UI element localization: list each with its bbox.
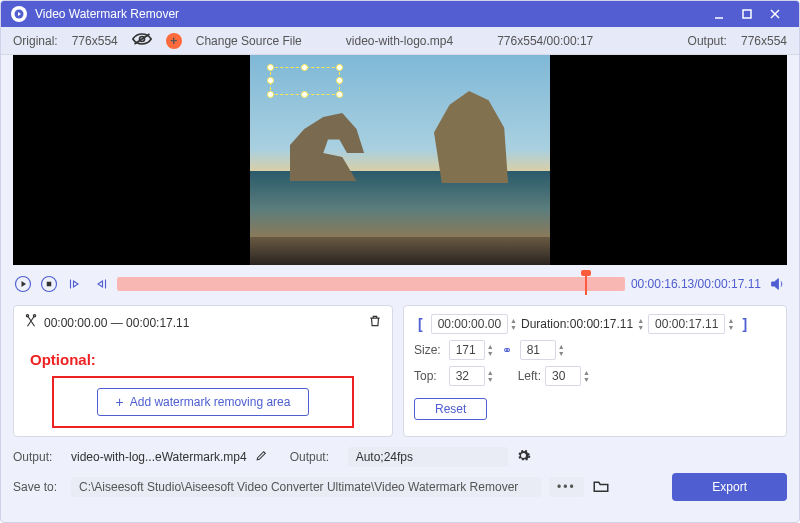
size-label: Size: [414, 343, 441, 357]
left-label: Left: [518, 369, 541, 383]
clip-list-panel: 00:00:00.00 — 00:00:17.11 Optional: + Ad… [13, 305, 393, 437]
duration-spinner[interactable]: ▲▼ [637, 317, 644, 331]
window-title: Video Watermark Remover [35, 7, 705, 21]
browse-path-button[interactable]: ••• [549, 477, 584, 497]
playhead-marker[interactable] [585, 273, 587, 295]
change-source-link[interactable]: Change Source File [196, 34, 302, 48]
output-size: 776x554 [741, 34, 787, 48]
end-time-spinner[interactable]: ▲▼ [727, 317, 734, 331]
range-start-bracket-icon[interactable]: [ [414, 316, 427, 332]
video-preview-area [13, 55, 787, 265]
watermark-selection-box[interactable] [270, 67, 340, 95]
svg-rect-9 [47, 282, 52, 287]
start-time-input[interactable]: 00:00:00.00 [431, 314, 508, 334]
resize-handle[interactable] [267, 91, 274, 98]
set-end-button[interactable] [91, 274, 111, 294]
source-info-bar: Original: 776x554 + Change Source File v… [1, 27, 799, 55]
width-input[interactable]: 171 [449, 340, 485, 360]
left-input[interactable]: 30 [545, 366, 581, 386]
app-logo-icon [11, 6, 27, 22]
original-size: 776x554 [72, 34, 118, 48]
add-watermark-area-button[interactable]: + Add watermark removing area [97, 388, 310, 416]
stop-button[interactable] [39, 274, 59, 294]
height-spinner[interactable]: ▲▼ [558, 343, 565, 357]
top-input[interactable]: 32 [449, 366, 485, 386]
rename-output-icon[interactable] [255, 449, 268, 465]
height-input[interactable]: 81 [520, 340, 556, 360]
delete-clip-icon[interactable] [368, 314, 382, 331]
save-to-label: Save to: [13, 480, 63, 494]
resize-handle[interactable] [267, 64, 274, 71]
set-start-button[interactable] [65, 274, 85, 294]
output-filename: video-with-log...eWatermark.mp4 [71, 450, 247, 464]
minimize-button[interactable] [705, 1, 733, 27]
output-settings-icon[interactable] [516, 448, 531, 466]
export-button[interactable]: Export [672, 473, 787, 501]
preview-toggle-icon[interactable] [132, 32, 152, 49]
play-button[interactable] [13, 274, 33, 294]
save-path-field[interactable]: C:\Aiseesoft Studio\Aiseesoft Video Conv… [71, 477, 541, 497]
end-time-input[interactable]: 00:00:17.11 [648, 314, 725, 334]
titlebar: Video Watermark Remover [1, 1, 799, 27]
svg-rect-2 [743, 10, 751, 18]
optional-label: Optional: [30, 351, 382, 368]
plus-icon: + [116, 394, 124, 410]
source-filename: video-with-logo.mp4 [346, 34, 453, 48]
properties-panel: [ 00:00:00.00 ▲▼ Duration:00:00:17.11 ▲▼… [403, 305, 787, 437]
resize-handle[interactable] [336, 77, 343, 84]
width-spinner[interactable]: ▲▼ [487, 343, 494, 357]
add-watermark-label: Add watermark removing area [130, 395, 291, 409]
resize-handle[interactable] [267, 77, 274, 84]
maximize-button[interactable] [733, 1, 761, 27]
range-end-bracket-icon[interactable]: ] [738, 316, 751, 332]
left-spinner[interactable]: ▲▼ [583, 369, 590, 383]
volume-button[interactable] [767, 274, 787, 294]
resize-handle[interactable] [336, 91, 343, 98]
resize-handle[interactable] [336, 64, 343, 71]
aspect-lock-icon[interactable]: ⚭ [498, 343, 516, 357]
duration-label: Duration:00:00:17.11 [521, 317, 633, 331]
video-preview[interactable] [250, 55, 550, 265]
app-window: Video Watermark Remover Original: 776x55… [0, 0, 800, 523]
output-format-label: Output: [290, 450, 340, 464]
resize-handle[interactable] [301, 64, 308, 71]
timeline-track[interactable] [117, 277, 625, 291]
output-format-field[interactable]: Auto;24fps [348, 447, 508, 467]
clip-item[interactable]: 00:00:00.00 — 00:00:17.11 [24, 314, 382, 335]
start-time-spinner[interactable]: ▲▼ [510, 317, 517, 331]
original-label: Original: [13, 34, 58, 48]
annotation-highlight: + Add watermark removing area [52, 376, 354, 428]
reset-button[interactable]: Reset [414, 398, 487, 420]
top-label: Top: [414, 369, 441, 383]
footer-bar: Output: video-with-log...eWatermark.mp4 … [1, 445, 799, 511]
add-source-icon[interactable]: + [166, 33, 182, 49]
clip-edit-icon[interactable] [24, 314, 38, 331]
panels-row: 00:00:00.00 — 00:00:17.11 Optional: + Ad… [1, 305, 799, 445]
resize-handle[interactable] [301, 91, 308, 98]
timecode-display: 00:00:16.13/00:00:17.11 [631, 277, 761, 291]
output-label: Output: [688, 34, 727, 48]
clip-range: 00:00:00.00 — 00:00:17.11 [44, 316, 189, 330]
output-file-label: Output: [13, 450, 63, 464]
top-spinner[interactable]: ▲▼ [487, 369, 494, 383]
open-folder-icon[interactable] [592, 478, 610, 497]
close-button[interactable] [761, 1, 789, 27]
source-dimensions-duration: 776x554/00:00:17 [497, 34, 593, 48]
transport-bar: 00:00:16.13/00:00:17.11 [13, 269, 787, 299]
